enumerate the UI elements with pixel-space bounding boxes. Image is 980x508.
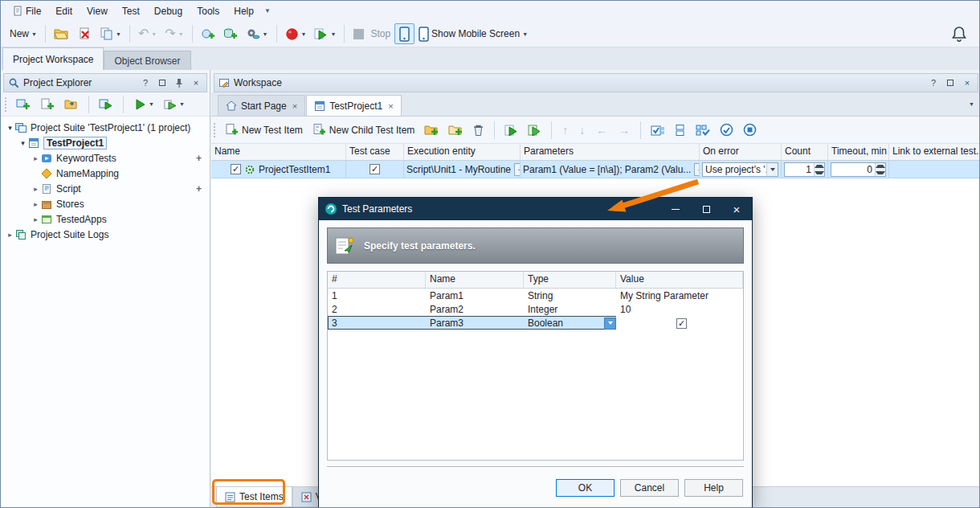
tree-item-project-suite-logs[interactable]: ▸ Project Suite Logs bbox=[1, 227, 210, 242]
add-project-suite-button[interactable] bbox=[12, 94, 35, 115]
parameter-row[interactable]: 2 Param2 Integer 10 bbox=[328, 302, 743, 316]
expand-icon[interactable]: ▸ bbox=[31, 185, 41, 193]
panel-pin-button[interactable] bbox=[173, 76, 186, 89]
record-dropdown-icon[interactable]: ▼ bbox=[301, 31, 307, 37]
tab-project-workspace[interactable]: Project Workspace bbox=[2, 47, 104, 70]
dialog-close-button[interactable]: × bbox=[721, 198, 752, 220]
panel-help-button[interactable]: ? bbox=[139, 76, 152, 89]
menu-help[interactable]: Help bbox=[227, 3, 261, 19]
move-left-button[interactable]: ← bbox=[591, 124, 612, 137]
open-item-button[interactable] bbox=[60, 94, 83, 115]
menubar-overflow-icon[interactable]: ▼ bbox=[264, 7, 271, 14]
spin-down-icon[interactable] bbox=[815, 170, 824, 176]
column-header-parameters[interactable]: Parameters bbox=[521, 144, 700, 160]
toolbar-grip[interactable] bbox=[214, 123, 216, 137]
expand-icon[interactable]: ▸ bbox=[31, 200, 41, 208]
move-up-button[interactable]: ↑ bbox=[557, 124, 573, 137]
run-button[interactable]: ▼ bbox=[310, 23, 340, 44]
panel-close-button[interactable]: × bbox=[190, 76, 202, 89]
run-selected-item-button[interactable] bbox=[500, 120, 522, 141]
save-all-button[interactable]: ▼ bbox=[96, 23, 125, 44]
help-button[interactable]: Help bbox=[684, 479, 743, 497]
parameter-row[interactable]: 1 Param1 String My String Parameter bbox=[328, 289, 743, 302]
add-keywordtest-button[interactable]: + bbox=[196, 153, 202, 164]
run-test-dropdown-icon[interactable]: ▼ bbox=[149, 101, 154, 107]
combo-dropdown-icon[interactable] bbox=[604, 318, 616, 330]
collapse-icon[interactable]: ▾ bbox=[5, 124, 15, 132]
close-file-button[interactable] bbox=[74, 23, 96, 44]
undo-button[interactable]: ↶▼ bbox=[134, 23, 161, 44]
column-header-on-error[interactable]: On error bbox=[700, 144, 782, 160]
spin-up-icon[interactable] bbox=[876, 163, 885, 170]
panel-help-button[interactable]: ? bbox=[927, 76, 940, 89]
combo-dropdown-icon[interactable] bbox=[766, 163, 778, 176]
undo-dropdown-icon[interactable]: ▼ bbox=[151, 31, 157, 37]
move-right-button[interactable]: → bbox=[614, 124, 635, 137]
tree-item-testedapps[interactable]: ▸ TestedApps bbox=[1, 211, 210, 227]
new-test-item-button[interactable]: New Test Item bbox=[221, 120, 307, 141]
parameter-row-selected[interactable]: 3 Param3 Boolean bbox=[328, 316, 743, 330]
menu-test[interactable]: Test bbox=[115, 3, 147, 19]
expand-icon[interactable]: ▸ bbox=[31, 154, 41, 162]
run-routine-dropdown-icon[interactable]: ▼ bbox=[179, 101, 185, 107]
spin-up-icon[interactable] bbox=[815, 163, 824, 170]
add-checkpoint-button[interactable] bbox=[197, 23, 219, 44]
add-project-button[interactable] bbox=[36, 94, 59, 115]
column-header-name[interactable]: Name bbox=[426, 272, 524, 288]
run-focused-item-button[interactable] bbox=[524, 120, 545, 141]
test-case-checkbox[interactable] bbox=[370, 164, 380, 174]
check-all-items-button[interactable] bbox=[692, 120, 714, 141]
menu-view[interactable]: View bbox=[80, 3, 115, 19]
open-file-button[interactable] bbox=[50, 23, 74, 44]
check-item-button[interactable] bbox=[716, 120, 737, 141]
close-tab-icon[interactable]: × bbox=[388, 101, 393, 111]
run-routine-button[interactable]: ▼ bbox=[160, 94, 189, 115]
enabled-checkbox[interactable] bbox=[231, 164, 241, 174]
type-combobox[interactable]: Boolean bbox=[528, 318, 616, 330]
column-header-link-external[interactable]: Link to external test... bbox=[889, 144, 980, 160]
run-dropdown-icon[interactable]: ▼ bbox=[330, 31, 336, 37]
new-dropdown-icon[interactable]: ▼ bbox=[31, 31, 37, 37]
mobile-screen-dropdown-icon[interactable]: ▼ bbox=[522, 31, 528, 37]
toolbar-grip[interactable] bbox=[5, 97, 7, 112]
tree-item-script[interactable]: ▸ Script + bbox=[1, 181, 210, 196]
link-external-cell[interactable] bbox=[889, 161, 980, 178]
on-error-combobox[interactable]: Use project's '... bbox=[702, 162, 778, 177]
compare-database-button[interactable] bbox=[219, 23, 242, 44]
menu-edit[interactable]: Edit bbox=[48, 3, 80, 19]
tree-item-stores[interactable]: ▸ Stores bbox=[1, 196, 210, 211]
run-selected-test-button[interactable]: ▼ bbox=[129, 94, 158, 115]
tools-button[interactable]: ▼ bbox=[242, 23, 272, 44]
tab-testproject1[interactable]: TestProject1 × bbox=[306, 95, 401, 116]
panel-float-button[interactable] bbox=[156, 76, 169, 89]
column-header-count[interactable]: Count bbox=[782, 144, 828, 160]
panel-close-button[interactable]: × bbox=[961, 76, 974, 89]
browse-execution-entity-button[interactable]: ... bbox=[514, 163, 521, 176]
new-child-test-item-button[interactable]: New Child Test Item bbox=[308, 120, 419, 141]
boolean-value-checkbox[interactable] bbox=[676, 318, 687, 329]
panel-float-button[interactable] bbox=[944, 76, 957, 89]
redo-dropdown-icon[interactable]: ▼ bbox=[178, 31, 184, 37]
column-header-number[interactable]: # bbox=[328, 272, 426, 288]
tools-dropdown-icon[interactable]: ▼ bbox=[263, 31, 268, 37]
move-down-button[interactable]: ↓ bbox=[574, 124, 590, 137]
stop-button[interactable]: Stop bbox=[349, 23, 394, 44]
menu-debug[interactable]: Debug bbox=[147, 3, 190, 19]
tree-item-project-suite[interactable]: ▾ Project Suite 'TestProject1' (1 projec… bbox=[1, 120, 210, 135]
notifications-bell-button[interactable] bbox=[952, 26, 966, 42]
tree-item-testproject1[interactable]: ▾ TestProject1 bbox=[1, 135, 210, 150]
menu-file[interactable]: File bbox=[6, 3, 48, 19]
tab-list-dropdown-icon[interactable]: ▼ bbox=[969, 101, 974, 107]
column-header-value[interactable]: Value bbox=[616, 272, 743, 288]
add-child-item-button[interactable] bbox=[444, 120, 467, 141]
add-item-button[interactable] bbox=[420, 120, 443, 141]
column-header-name[interactable]: Name bbox=[211, 144, 346, 160]
new-button[interactable]: New▼ bbox=[6, 23, 41, 44]
count-spinner[interactable]: 1 bbox=[784, 162, 825, 177]
add-script-button[interactable]: + bbox=[196, 183, 202, 195]
menu-tools[interactable]: Tools bbox=[190, 3, 227, 19]
collapse-icon[interactable]: ▾ bbox=[18, 139, 28, 147]
check-items-button[interactable] bbox=[647, 120, 669, 141]
ok-button[interactable]: OK bbox=[556, 479, 615, 497]
save-dropdown-icon[interactable]: ▼ bbox=[116, 31, 121, 37]
